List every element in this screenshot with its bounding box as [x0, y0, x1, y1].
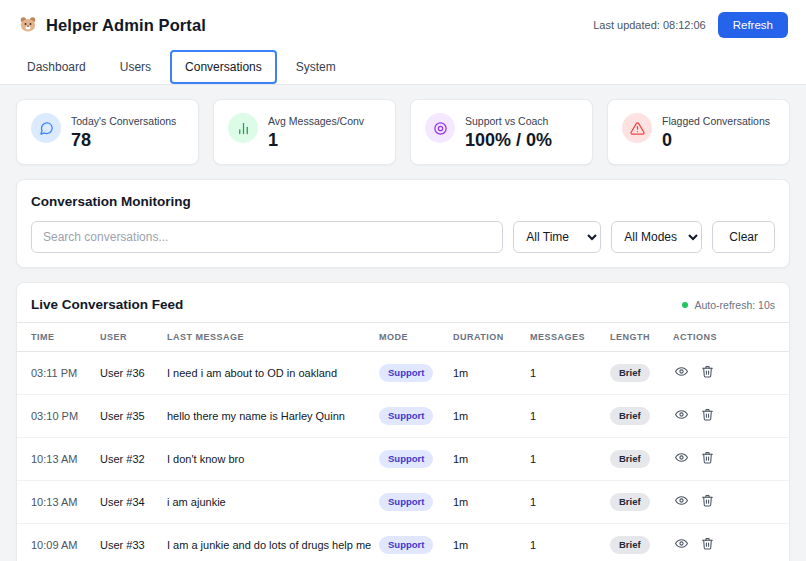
table-header-row: TIME USER LAST MESSAGE MODE DURATION MES…: [17, 323, 789, 352]
clear-filters-button[interactable]: Clear: [712, 221, 775, 253]
tab-bar: Dashboard Users Conversations System: [0, 48, 806, 85]
eye-icon: [675, 451, 688, 464]
row-messages: 1: [522, 352, 602, 395]
length-badge: Brief: [610, 364, 650, 382]
row-time: 10:09 AM: [17, 524, 92, 561]
top-bar: Helper Admin Portal Last updated: 08:12:…: [0, 0, 806, 48]
stat-value: 0: [662, 130, 770, 151]
stats-row: Today's Conversations 78 Avg Messages/Co…: [16, 99, 790, 165]
column-header-user: USER: [92, 323, 159, 352]
auto-refresh-indicator: Auto-refresh: 10s: [682, 299, 775, 311]
trash-icon: [701, 408, 714, 421]
length-badge: Brief: [610, 450, 650, 468]
row-messages: 1: [522, 481, 602, 524]
view-conversation-button[interactable]: [673, 406, 690, 426]
refresh-button[interactable]: Refresh: [718, 12, 788, 38]
feed-table-body: 03:11 PMUser #36I need i am about to OD …: [17, 352, 789, 561]
filters-row: All Time All Modes Clear: [31, 221, 775, 253]
length-badge: Brief: [610, 407, 650, 425]
status-dot-icon: [682, 302, 688, 308]
view-conversation-button[interactable]: [673, 492, 690, 512]
row-duration: 1m: [445, 524, 522, 561]
row-user: User #35: [92, 395, 159, 438]
row-messages: 1: [522, 524, 602, 561]
row-duration: 1m: [445, 481, 522, 524]
search-input[interactable]: [31, 221, 503, 253]
alert-triangle-icon: [622, 113, 652, 143]
eye-icon: [675, 365, 688, 378]
feed-title: Live Conversation Feed: [31, 297, 183, 312]
column-header-mode: MODE: [371, 323, 445, 352]
bar-chart-icon: [228, 113, 258, 143]
main-content: Today's Conversations 78 Avg Messages/Co…: [0, 85, 806, 561]
row-user: User #36: [92, 352, 159, 395]
trash-icon: [701, 451, 714, 464]
delete-conversation-button[interactable]: [699, 406, 716, 426]
row-time: 03:11 PM: [17, 352, 92, 395]
row-user: User #32: [92, 438, 159, 481]
eye-icon: [675, 494, 688, 507]
stat-label: Avg Messages/Conv: [268, 113, 364, 127]
row-messages: 1: [522, 395, 602, 438]
mode-badge: Support: [379, 450, 433, 468]
stat-value: 100% / 0%: [465, 130, 552, 151]
column-header-duration: DURATION: [445, 323, 522, 352]
delete-conversation-button[interactable]: [699, 535, 716, 555]
mode-badge: Support: [379, 364, 433, 382]
eye-icon: [675, 408, 688, 421]
mode-badge: Support: [379, 493, 433, 511]
last-updated-text: Last updated: 08:12:06: [593, 19, 706, 31]
tab-dashboard[interactable]: Dashboard: [12, 50, 101, 84]
row-duration: 1m: [445, 438, 522, 481]
delete-conversation-button[interactable]: [699, 363, 716, 383]
mode-filter-select[interactable]: All Modes: [611, 221, 702, 253]
row-user: User #34: [92, 481, 159, 524]
row-last-message: i am ajunkie: [159, 481, 371, 524]
time-range-select[interactable]: All Time: [513, 221, 601, 253]
stat-value: 78: [71, 130, 176, 151]
row-duration: 1m: [445, 395, 522, 438]
mode-badge: Support: [379, 407, 433, 425]
row-messages: 1: [522, 438, 602, 481]
trash-icon: [701, 537, 714, 550]
live-feed-panel: Live Conversation Feed Auto-refresh: 10s…: [16, 282, 790, 561]
stat-card-todays-conversations: Today's Conversations 78: [16, 99, 199, 165]
page-title: Helper Admin Portal: [46, 16, 206, 35]
row-time: 10:13 AM: [17, 438, 92, 481]
stat-card-flagged-conversations: Flagged Conversations 0: [607, 99, 790, 165]
view-conversation-button[interactable]: [673, 363, 690, 383]
view-conversation-button[interactable]: [673, 535, 690, 555]
target-icon: [425, 113, 455, 143]
delete-conversation-button[interactable]: [699, 449, 716, 469]
eye-icon: [675, 537, 688, 550]
column-header-message: LAST MESSAGE: [159, 323, 371, 352]
conversation-row: 10:13 AMUser #34i am ajunkieSupport1m1Br…: [17, 481, 789, 524]
length-badge: Brief: [610, 493, 650, 511]
conversation-monitoring-panel: Conversation Monitoring All Time All Mod…: [16, 179, 790, 268]
conversation-row: 10:09 AMUser #33I am a junkie and do lot…: [17, 524, 789, 561]
stat-label: Support vs Coach: [465, 113, 552, 127]
column-header-length: LENGTH: [602, 323, 665, 352]
tab-conversations[interactable]: Conversations: [170, 50, 277, 84]
column-header-messages: MESSAGES: [522, 323, 602, 352]
brand: Helper Admin Portal: [18, 14, 206, 37]
row-time: 03:10 PM: [17, 395, 92, 438]
stat-card-avg-messages: Avg Messages/Conv 1: [213, 99, 396, 165]
auto-refresh-label: Auto-refresh: 10s: [694, 299, 775, 311]
mode-badge: Support: [379, 536, 433, 554]
view-conversation-button[interactable]: [673, 449, 690, 469]
row-user: User #33: [92, 524, 159, 561]
delete-conversation-button[interactable]: [699, 492, 716, 512]
row-last-message: I am a junkie and do lots of drugs help …: [159, 524, 371, 561]
trash-icon: [701, 494, 714, 507]
stat-label: Today's Conversations: [71, 113, 176, 127]
row-last-message: I don't know bro: [159, 438, 371, 481]
row-last-message: hello there my name is Harley Quinn: [159, 395, 371, 438]
conversation-table: TIME USER LAST MESSAGE MODE DURATION MES…: [17, 322, 789, 561]
tab-system[interactable]: System: [281, 50, 351, 84]
tab-users[interactable]: Users: [105, 50, 166, 84]
hamster-logo-icon: [18, 14, 38, 37]
monitoring-title: Conversation Monitoring: [31, 194, 775, 209]
row-duration: 1m: [445, 352, 522, 395]
chat-bubble-icon: [31, 113, 61, 143]
